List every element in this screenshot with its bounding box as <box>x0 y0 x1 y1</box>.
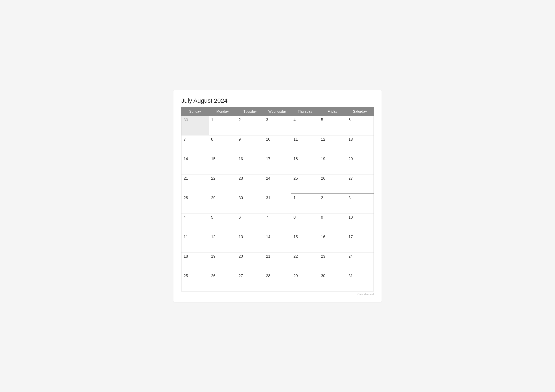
calendar-day-cell[interactable]: 22 <box>209 174 236 194</box>
calendar-day-cell[interactable]: 10 <box>346 213 374 233</box>
calendar-day-cell[interactable]: 6 <box>236 213 264 233</box>
header-cell-friday: Friday <box>319 107 346 116</box>
header-cell-wednesday: Wednesday <box>264 107 291 116</box>
calendar-table: SundayMondayTuesdayWednesdayThursdayFrid… <box>181 107 374 291</box>
calendar-day-cell[interactable]: 16 <box>319 233 346 252</box>
calendar-day-cell[interactable]: 18 <box>291 155 319 174</box>
calendar-day-cell[interactable]: 27 <box>236 272 264 291</box>
calendar-day-cell[interactable]: 26 <box>319 174 346 194</box>
calendar-day-cell[interactable]: 1 <box>209 116 236 135</box>
calendar-day-cell[interactable]: 22 <box>291 252 319 272</box>
calendar-day-cell[interactable]: 29 <box>291 272 319 291</box>
calendar-day-cell[interactable]: 24 <box>264 174 291 194</box>
calendar-day-cell[interactable]: 18 <box>182 252 209 272</box>
calendar-day-cell[interactable]: 13 <box>236 233 264 252</box>
header-cell-thursday: Thursday <box>291 107 319 116</box>
calendar-day-cell[interactable]: 9 <box>319 213 346 233</box>
calendar-day-cell[interactable]: 14 <box>264 233 291 252</box>
calendar-week-row: 11121314151617 <box>182 233 374 252</box>
calendar-day-cell[interactable]: 8 <box>291 213 319 233</box>
calendar-day-cell[interactable]: 7 <box>264 213 291 233</box>
calendar-day-cell[interactable]: 3 <box>346 194 374 213</box>
calendar-day-cell[interactable]: 28 <box>264 272 291 291</box>
calendar-day-cell[interactable]: 19 <box>209 252 236 272</box>
calendar-day-cell[interactable]: 12 <box>209 233 236 252</box>
calendar-day-cell[interactable]: 19 <box>319 155 346 174</box>
header-cell-sunday: Sunday <box>182 107 209 116</box>
calendar-day-cell[interactable]: 1 <box>291 194 319 213</box>
calendar-day-cell[interactable]: 26 <box>209 272 236 291</box>
calendar-day-cell[interactable]: 3 <box>264 116 291 135</box>
calendar-week-row: 28293031123 <box>182 194 374 213</box>
calendar-day-cell[interactable]: 4 <box>182 213 209 233</box>
calendar-day-cell[interactable]: 20 <box>346 155 374 174</box>
calendar-day-cell[interactable]: 2 <box>236 116 264 135</box>
calendar-day-cell[interactable]: 17 <box>346 233 374 252</box>
calendar-week-row: 18192021222324 <box>182 252 374 272</box>
calendar-day-cell[interactable]: 4 <box>291 116 319 135</box>
calendar-day-cell[interactable]: 31 <box>346 272 374 291</box>
calendar-day-cell[interactable]: 30 <box>236 194 264 213</box>
calendar-day-cell[interactable]: 21 <box>264 252 291 272</box>
calendar-day-cell[interactable]: 5 <box>209 213 236 233</box>
calendar-day-cell[interactable]: 15 <box>291 233 319 252</box>
calendar-week-row: 78910111213 <box>182 135 374 155</box>
calendar-day-cell[interactable]: 31 <box>264 194 291 213</box>
calendar-week-row: 30123456 <box>182 116 374 135</box>
calendar-day-cell[interactable]: 5 <box>319 116 346 135</box>
calendar-day-cell[interactable]: 2 <box>319 194 346 213</box>
calendar-day-cell[interactable]: 11 <box>182 233 209 252</box>
calendar-day-cell[interactable]: 8 <box>209 135 236 155</box>
calendar-header: SundayMondayTuesdayWednesdayThursdayFrid… <box>182 107 374 116</box>
calendar-day-cell[interactable]: 13 <box>346 135 374 155</box>
calendar-day-cell[interactable]: 28 <box>182 194 209 213</box>
calendar-day-cell[interactable]: 30 <box>182 116 209 135</box>
calendar-day-cell[interactable]: 6 <box>346 116 374 135</box>
calendar-day-cell[interactable]: 20 <box>236 252 264 272</box>
header-cell-monday: Monday <box>209 107 236 116</box>
calendar-day-cell[interactable]: 30 <box>319 272 346 291</box>
calendar-day-cell[interactable]: 16 <box>236 155 264 174</box>
calendar-day-cell[interactable]: 23 <box>236 174 264 194</box>
calendar-week-row: 25262728293031 <box>182 272 374 291</box>
calendar-title: July August 2024 <box>181 97 374 104</box>
calendar-week-row: 45678910 <box>182 213 374 233</box>
calendar-day-cell[interactable]: 23 <box>319 252 346 272</box>
calendar-day-cell[interactable]: 27 <box>346 174 374 194</box>
calendar-day-cell[interactable]: 10 <box>264 135 291 155</box>
calendar-day-cell[interactable]: 15 <box>209 155 236 174</box>
calendar-day-cell[interactable]: 7 <box>182 135 209 155</box>
calendar-day-cell[interactable]: 24 <box>346 252 374 272</box>
calendar-container: July August 2024 SundayMondayTuesdayWedn… <box>174 90 381 302</box>
calendar-day-cell[interactable]: 9 <box>236 135 264 155</box>
header-cell-tuesday: Tuesday <box>236 107 264 116</box>
calendar-day-cell[interactable]: 25 <box>291 174 319 194</box>
calendar-day-cell[interactable]: 17 <box>264 155 291 174</box>
calendar-day-cell[interactable]: 29 <box>209 194 236 213</box>
calendar-day-cell[interactable]: 21 <box>182 174 209 194</box>
calendar-day-cell[interactable]: 12 <box>319 135 346 155</box>
calendar-day-cell[interactable]: 11 <box>291 135 319 155</box>
watermark: iCalendars.net <box>181 293 374 296</box>
calendar-day-cell[interactable]: 14 <box>182 155 209 174</box>
header-cell-saturday: Saturday <box>346 107 374 116</box>
calendar-week-row: 14151617181920 <box>182 155 374 174</box>
calendar-day-cell[interactable]: 25 <box>182 272 209 291</box>
calendar-body: 3012345678910111213141516171819202122232… <box>182 116 374 291</box>
header-row: SundayMondayTuesdayWednesdayThursdayFrid… <box>182 107 374 116</box>
calendar-week-row: 21222324252627 <box>182 174 374 194</box>
